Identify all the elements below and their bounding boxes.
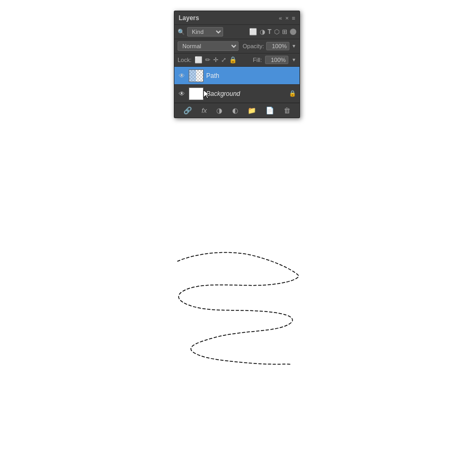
lock-row: Lock: ⬜ ✏ ✛ ⤢ 🔒 Fill: ▼ bbox=[174, 54, 299, 67]
adjustment-icon[interactable]: ◑ bbox=[216, 106, 222, 114]
visibility-eye-background[interactable]: 👁 bbox=[178, 90, 186, 97]
layer-thumb-path bbox=[189, 69, 204, 82]
search-icon: 🔍 bbox=[178, 29, 185, 35]
link-layers-icon[interactable]: 🔗 bbox=[183, 106, 192, 114]
fill-input[interactable] bbox=[265, 56, 288, 64]
filter-adjust-icon[interactable]: ◑ bbox=[260, 28, 265, 35]
close-icon[interactable]: × bbox=[285, 15, 288, 21]
layer-thumb-background bbox=[189, 87, 204, 100]
thumb-blue-overlay bbox=[189, 70, 196, 82]
thumb-checkerboard bbox=[189, 70, 203, 82]
blend-mode-dropdown[interactable]: Normal bbox=[178, 41, 239, 51]
panel-header: Layers « × ≡ bbox=[174, 11, 299, 25]
kind-dropdown[interactable]: Kind bbox=[187, 27, 223, 37]
layers-panel: Layers « × ≡ 🔍 Kind ⬜ ◑ T ⬡ ⊞ N bbox=[174, 11, 300, 118]
mask-icon[interactable]: ◐ bbox=[232, 106, 238, 114]
kind-filter-icons: ⬜ ◑ T ⬡ ⊞ bbox=[249, 28, 296, 35]
filter-image-icon[interactable]: ⬜ bbox=[249, 28, 257, 35]
filter-shape-icon[interactable]: ⬡ bbox=[274, 28, 279, 35]
lock-artboard-icon[interactable]: ✛ bbox=[213, 56, 218, 64]
lock-icons-group: ⬜ ✏ ✛ ⤢ 🔒 bbox=[195, 56, 237, 64]
fx-icon[interactable]: fx bbox=[201, 106, 207, 114]
layer-name-path: Path bbox=[206, 72, 296, 79]
panel-menu-icon[interactable]: ≡ bbox=[292, 15, 295, 21]
lock-pixels-icon[interactable]: ⬜ bbox=[195, 56, 202, 64]
collapse-icon[interactable]: « bbox=[279, 15, 282, 21]
layer-name-background: Background bbox=[206, 90, 286, 97]
thumb-white bbox=[189, 88, 203, 100]
opacity-arrow: ▼ bbox=[292, 43, 296, 49]
panel-header-icons: « × ≡ bbox=[279, 15, 295, 21]
filter-dot bbox=[290, 29, 296, 35]
lock-label: Lock: bbox=[178, 57, 191, 63]
fill-arrow: ▼ bbox=[292, 57, 296, 63]
kind-row: 🔍 Kind ⬜ ◑ T ⬡ ⊞ bbox=[174, 25, 299, 39]
new-group-icon[interactable]: 📁 bbox=[248, 106, 256, 114]
visibility-eye-path[interactable]: 👁 bbox=[178, 72, 186, 79]
lock-move-icon[interactable]: ⤢ bbox=[221, 56, 226, 64]
layer-item-background[interactable]: 👁 Background 🔒 bbox=[174, 85, 299, 103]
fill-label: Fill: bbox=[253, 57, 262, 63]
opacity-input[interactable] bbox=[266, 42, 289, 50]
new-layer-icon[interactable]: 📄 bbox=[266, 106, 274, 114]
panel-footer: 🔗 fx ◑ ◐ 📁 📄 🗑 bbox=[174, 103, 299, 118]
layers-list: 👁 Path 👁 Background 🔒 bbox=[174, 67, 299, 103]
panel-title: Layers bbox=[179, 14, 199, 22]
layer-item-path[interactable]: 👁 Path bbox=[174, 67, 299, 85]
layer-lock-icon-background: 🔒 bbox=[289, 90, 296, 97]
opacity-label: Opacity: bbox=[243, 43, 264, 49]
filter-smartobj-icon[interactable]: ⊞ bbox=[282, 28, 287, 35]
lock-all-icon[interactable]: 🔒 bbox=[229, 56, 237, 64]
lock-position-icon[interactable]: ✏ bbox=[205, 56, 210, 64]
filter-type-icon[interactable]: T bbox=[268, 28, 271, 35]
delete-layer-icon[interactable]: 🗑 bbox=[284, 106, 290, 114]
blend-row: Normal Opacity: ▼ bbox=[174, 39, 299, 54]
